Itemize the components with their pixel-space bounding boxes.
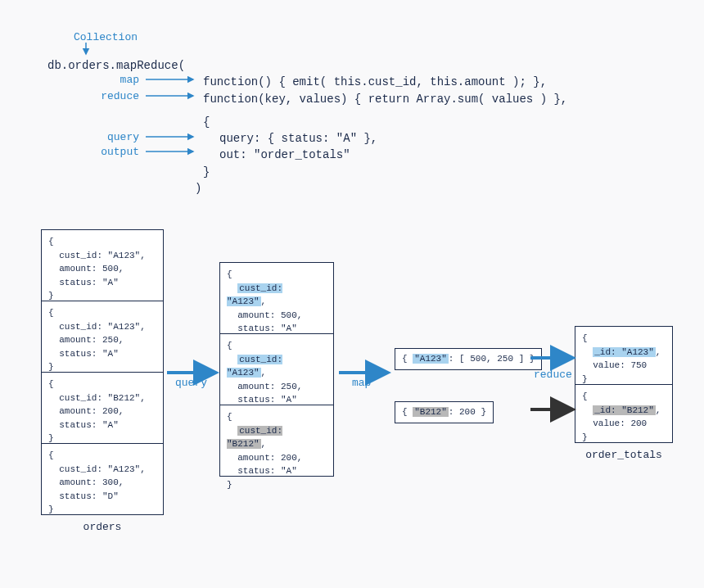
step-map-label: map [352,377,371,389]
code-line-1: db.orders.mapReduce( [47,57,567,74]
orders-doc-2: { cust_id: "B212", amount: 200, status: … [41,372,164,444]
ann-map: map [106,74,139,86]
ann-query: query [106,131,139,143]
code-opts-close: } [47,164,567,180]
diagram-canvas: Collection db.orders.mapReduce( function… [0,0,704,588]
orders-doc-1: { cust_id: "A123", amount: 250, status: … [41,301,164,373]
collection-label: Collection [74,31,138,43]
result-doc-0: { _id: "A123", value: 750 } [575,326,673,385]
orders-doc-3: { cust_id: "A123", amount: 300, status: … [41,443,164,515]
orders-doc-0: { cust_id: "A123", amount: 500, status: … [41,229,164,301]
filtered-doc-2: { cust_id: "B212", amount: 200, status: … [219,405,334,477]
filtered-doc-1: { cust_id: "A123", amount: 250, status: … [219,333,334,405]
results-label: order_totals [575,449,673,461]
filtered-doc-0: { cust_id: "A123", amount: 500, status: … [219,262,334,334]
orders-label: orders [41,521,164,533]
code-opts-open: { [47,114,567,130]
step-reduce-label: reduce [534,369,572,381]
ann-output: output [95,146,139,158]
mapped-b212: { "B212": 200 } [395,401,494,423]
step-query-label: query [175,377,207,389]
code-close-paren: ) [47,180,567,197]
mapped-a123: { "A123": [ 500, 250 ] } [395,348,542,370]
ann-reduce: reduce [93,90,139,102]
result-doc-1: { _id: "B212", value: 200 } [575,384,673,443]
